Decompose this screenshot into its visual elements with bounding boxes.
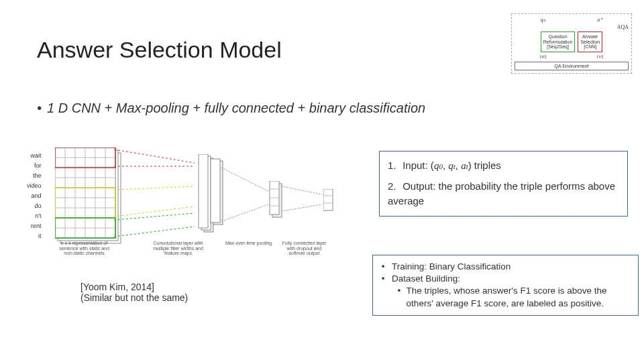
svg-line-31 <box>221 204 268 221</box>
fc-output <box>323 189 335 216</box>
word: the <box>27 171 42 181</box>
aqa-label: AQA <box>515 24 629 30</box>
aqa-qr-l2: Reformulation <box>543 40 573 45</box>
svg-line-23 <box>114 213 195 220</box>
aqa-question-reformulation-box: Question Reformulation [Seq2Seq] <box>541 32 576 52</box>
svg-rect-29 <box>211 159 220 223</box>
citation-line-2: (Similar but not the same) <box>80 292 188 303</box>
figure-caption-2: Convolutional layer with multiple filter… <box>153 241 203 256</box>
page-title: Answer Selection Model <box>37 37 282 63</box>
word: do <box>27 201 42 211</box>
input-words: wait for the video and do n't rent it <box>27 151 42 241</box>
svg-line-19 <box>114 149 195 163</box>
svg-line-24 <box>114 227 195 237</box>
main-bullet: • 1 D CNN + Max-pooling + fully connecte… <box>37 101 425 116</box>
word: and <box>27 191 42 201</box>
aqa-as-l1: Answer <box>580 34 600 40</box>
citation: [Yoom Kim, 2014] (Similar but not the sa… <box>80 282 188 303</box>
aqa-qr-l3: [Seq2Seq] <box>543 44 573 50</box>
io2-text: Output: the probability the triple perfo… <box>388 180 615 207</box>
word: for <box>27 161 42 171</box>
figure-caption-3: Max-over-time pooling <box>223 241 274 256</box>
svg-rect-27 <box>199 154 208 228</box>
aqa-qr-l1: Question <box>543 34 573 40</box>
figure-caption-1: n x k representation of sentence with st… <box>59 241 109 256</box>
word: rent <box>27 221 42 231</box>
cnn-figure: wait for the video and do n't rent it <box>27 134 356 255</box>
io-line-2: 2. Output: the probability the triple pe… <box>388 179 619 209</box>
svg-line-21 <box>114 186 195 190</box>
aqa-inset-diagram: q₀ a⁺ AQA Question Reformulation [Seq2Se… <box>511 13 632 74</box>
bullet-dot: • <box>37 101 42 116</box>
training-item-2: Dataset Building: <box>392 273 460 285</box>
aqa-answer-selection-box: Answer Selection [CNN] <box>578 32 602 52</box>
io1-suffix: ) triples <box>468 160 501 171</box>
fc-lines <box>282 181 329 221</box>
svg-line-30 <box>221 168 268 191</box>
training-sub: The triples, whose answer's F1 score is … <box>407 285 631 309</box>
io-box: 1. Input: (q0, qt, at) triples 2. Output… <box>379 151 628 217</box>
aqa-as-l2: Selection <box>580 40 600 45</box>
sentence-matrix <box>55 147 123 249</box>
io1-prefix: Input: ( <box>402 160 434 171</box>
io1-qt: q <box>448 160 453 171</box>
word: wait <box>27 151 42 161</box>
training-item-1: Training: Binary Classification <box>392 261 511 273</box>
slide: Answer Selection Model q₀ a⁺ AQA Questio… <box>0 0 644 362</box>
word: it <box>27 231 42 241</box>
aqa-ai: {aᵢ} <box>596 54 604 59</box>
aqa-environment-box: QA Environment <box>515 62 629 70</box>
figure-caption-4: Fully connected layer with dropout and s… <box>279 241 329 256</box>
io1-s2: , <box>455 160 461 171</box>
svg-line-22 <box>114 206 195 217</box>
aqa-as-l3: [CNN] <box>580 44 600 50</box>
word: video <box>27 181 42 191</box>
citation-line-1: [Yoom Kim, 2014] <box>80 282 188 292</box>
aqa-aplus: a⁺ <box>597 17 602 23</box>
aqa-q0: q₀ <box>541 17 545 23</box>
io1-at: a <box>461 160 466 171</box>
main-bullet-text: 1 D CNN + Max-pooling + fully connected … <box>47 101 425 116</box>
pool-lines <box>221 154 275 241</box>
svg-rect-39 <box>323 189 333 210</box>
io-line-1: 1. Input: (q0, qt, at) triples <box>388 158 619 174</box>
io1-s1: , <box>443 160 448 171</box>
aqa-qi: {qᵢ} <box>539 54 547 59</box>
svg-line-37 <box>282 186 322 194</box>
word: n't <box>27 211 42 221</box>
svg-line-38 <box>282 204 322 211</box>
training-box: •Training: Binary Classification •Datase… <box>372 255 639 316</box>
